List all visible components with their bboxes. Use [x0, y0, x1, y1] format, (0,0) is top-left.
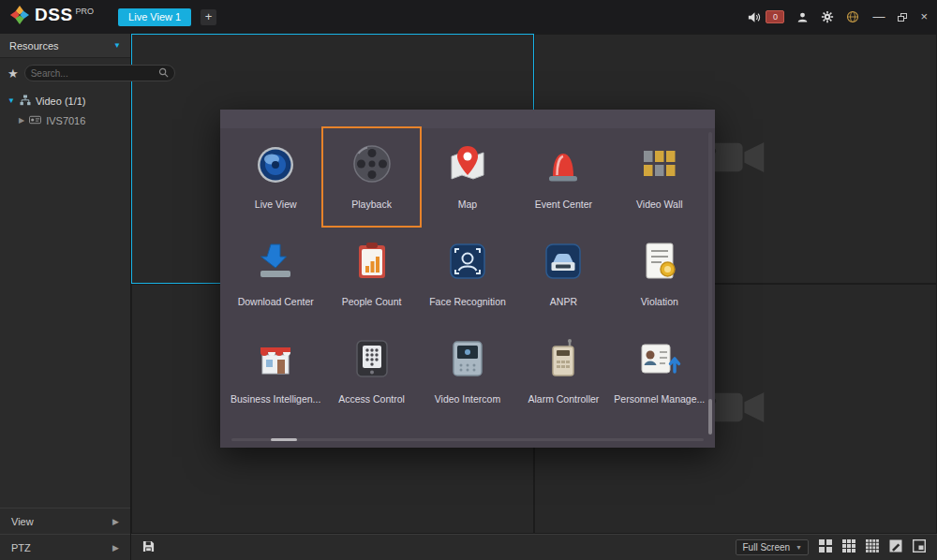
- app-logo: DSS PRO: [9, 5, 94, 29]
- resources-header[interactable]: Resources ▼: [0, 34, 130, 58]
- access-control-icon: [350, 336, 394, 381]
- personnel-management-icon: [637, 336, 682, 381]
- resources-header-label: Resources: [9, 40, 59, 52]
- anpr-icon: [541, 239, 586, 284]
- titlebar-right-cluster: 0: [735, 10, 928, 24]
- user-icon[interactable]: [796, 11, 809, 23]
- app-tile-label: ANPR: [550, 296, 577, 307]
- split-16-icon[interactable]: [866, 539, 879, 556]
- add-tab-button[interactable]: +: [201, 9, 216, 25]
- custom-split-icon[interactable]: [889, 539, 902, 556]
- tree-node-video-label: Video (1/1): [36, 96, 86, 107]
- video-intercom-icon: [445, 336, 490, 381]
- alarm-count-badge[interactable]: 0: [766, 10, 784, 23]
- map-icon: [445, 141, 490, 186]
- app-tile-business-intelligence[interactable]: Business Intelligen...: [228, 323, 323, 420]
- app-tile-violation[interactable]: Violation: [612, 226, 707, 323]
- minimize-button[interactable]: —: [872, 10, 885, 23]
- app-tile-event-center[interactable]: Event Center: [515, 128, 611, 226]
- horizontal-scroll-thumb[interactable]: [271, 438, 297, 441]
- app-tile-people-count[interactable]: People Count: [323, 226, 419, 323]
- app-tile-live-view[interactable]: Live View: [228, 128, 323, 226]
- search-row: ★: [0, 58, 130, 87]
- close-button[interactable]: ×: [920, 10, 928, 23]
- alarm-sound-icon[interactable]: [747, 10, 761, 24]
- tab-live-view-1[interactable]: Live View 1: [118, 8, 191, 26]
- app-menu-vertical-scrollbar[interactable]: [708, 132, 712, 435]
- app-menu-horizontal-scrollbar[interactable]: [231, 438, 704, 441]
- dropdown-caret-icon: ▼: [796, 544, 802, 551]
- event-center-icon: [541, 141, 586, 186]
- resources-caret-icon: ▼: [113, 41, 121, 50]
- screen-mode-dropdown[interactable]: Full Screen ▼: [736, 539, 809, 555]
- network-globe-icon[interactable]: [846, 10, 859, 23]
- app-tile-label: Download Center: [238, 296, 314, 307]
- live-view-icon: [253, 141, 298, 186]
- people-count-icon: [350, 239, 394, 284]
- app-tile-download-center[interactable]: Download Center: [228, 226, 323, 323]
- app-tile-alarm-controller[interactable]: Alarm Controller: [515, 323, 611, 420]
- app-tile-video-intercom[interactable]: Video Intercom: [420, 323, 515, 420]
- app-tile-personnel-management[interactable]: Personnel Manage...: [612, 323, 707, 420]
- app-menu-dialog: Live View Playback: [220, 110, 715, 448]
- app-tile-label: Event Center: [535, 199, 592, 210]
- app-tile-label: People Count: [342, 296, 402, 307]
- search-box: [24, 65, 175, 81]
- app-tile-anpr[interactable]: ANPR: [515, 226, 611, 323]
- fullscreen-toggle-icon[interactable]: [913, 539, 926, 556]
- statusbar: Full Screen ▼: [131, 534, 937, 560]
- app-tile-map[interactable]: Map: [420, 128, 515, 226]
- download-center-icon: [253, 239, 298, 284]
- view-panel-toggle[interactable]: View ▶: [0, 508, 130, 534]
- collapse-caret-icon[interactable]: ▶: [19, 116, 24, 125]
- favorites-star-icon[interactable]: ★: [7, 67, 19, 80]
- tree-node-video[interactable]: ▼ Video (1/1): [0, 91, 130, 111]
- app-tile-label: Business Intelligen...: [231, 393, 320, 405]
- video-group-icon: [20, 95, 31, 108]
- ptz-panel-arrow-icon: ▶: [112, 543, 119, 553]
- dss-logo-icon: [9, 5, 30, 29]
- app-tile-face-recognition[interactable]: Face Recognition: [420, 226, 515, 323]
- tree-node-device-label: IVS7016: [46, 115, 85, 126]
- app-tile-label: Live View: [255, 199, 297, 210]
- playback-icon: [350, 141, 394, 186]
- statusbar-right-cluster: Full Screen ▼: [736, 539, 926, 556]
- vertical-scroll-thumb[interactable]: [708, 399, 712, 435]
- titlebar: DSS PRO Live View 1 + 0: [0, 0, 937, 34]
- video-wall-icon: [637, 141, 682, 186]
- ptz-panel-label: PTZ: [11, 542, 31, 553]
- app-menu-grid: Live View Playback: [220, 128, 715, 420]
- expand-caret-icon[interactable]: ▼: [7, 96, 15, 105]
- view-panel-arrow-icon: ▶: [112, 517, 119, 526]
- device-tree: ▼ Video (1/1) ▶: [0, 91, 130, 130]
- split-9-icon[interactable]: [842, 539, 855, 556]
- business-intelligence-icon: [253, 336, 298, 381]
- search-input[interactable]: [31, 68, 155, 79]
- save-view-icon[interactable]: [142, 539, 155, 556]
- app-tile-label: Video Intercom: [435, 393, 500, 405]
- violation-icon: [637, 239, 682, 284]
- search-icon[interactable]: [158, 65, 169, 81]
- app-tile-label: Playback: [351, 199, 392, 210]
- split-4-icon[interactable]: [819, 539, 832, 556]
- app-tile-label: Alarm Controller: [528, 393, 599, 405]
- app-edition: PRO: [76, 7, 95, 16]
- app-tile-label: Violation: [641, 296, 678, 307]
- alarm-controller-icon: [541, 336, 586, 381]
- device-icon: [29, 115, 41, 126]
- screen-mode-value: Full Screen: [742, 542, 790, 553]
- app-name: DSS: [35, 5, 73, 25]
- app-tile-label: Map: [458, 199, 477, 210]
- tree-node-device[interactable]: ▶ IVS7016: [0, 111, 130, 130]
- app-tile-label: Video Wall: [636, 199, 683, 210]
- app-tile-label: Access Control: [338, 393, 405, 405]
- app-tile-video-wall[interactable]: Video Wall: [612, 128, 707, 226]
- maximize-button[interactable]: [898, 13, 907, 22]
- ptz-panel-toggle[interactable]: PTZ ▶: [0, 534, 130, 560]
- app-tile-access-control[interactable]: Access Control: [323, 323, 419, 420]
- app-tile-label: Personnel Manage...: [614, 393, 705, 405]
- settings-gear-icon[interactable]: [821, 10, 834, 23]
- app-tile-playback[interactable]: Playback: [323, 128, 419, 226]
- resources-sidebar: Resources ▼ ★ ▼: [0, 34, 131, 560]
- view-panel-label: View: [11, 516, 34, 527]
